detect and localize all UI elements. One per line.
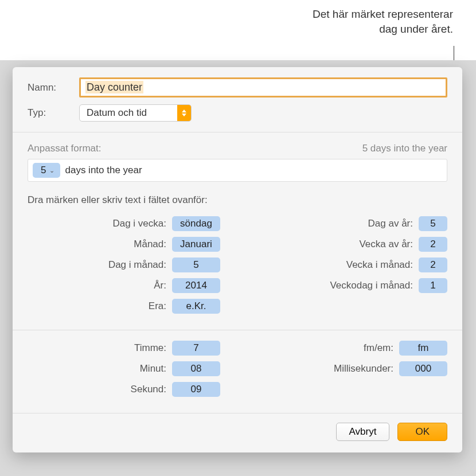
token-week-of-month[interactable]: 2 [419,257,447,272]
date-tokens-left: Dag i vecka:söndag Månad:Januari Dag i m… [28,216,220,319]
token-year[interactable]: 2014 [172,278,220,293]
format-token-day-of-year[interactable]: 5 ⌄ [33,163,60,178]
token-day-of-year[interactable]: 5 [419,216,447,231]
token-hour[interactable]: 7 [172,341,220,356]
format-text: days into the year [65,165,142,176]
ok-button[interactable]: OK [397,423,447,441]
type-label: Typ: [28,107,73,119]
token-week-of-year[interactable]: 2 [419,237,447,252]
name-label: Namn: [28,82,73,93]
time-tokens-right: fm/em:fm Millisekunder:000 [255,341,447,403]
token-era[interactable]: e.Kr. [172,299,220,314]
type-select[interactable]: Datum och tid [79,104,192,122]
updown-icon [177,105,191,121]
token-minute[interactable]: 08 [172,361,220,376]
date-tokens-right: Dag av år:5 Vecka av år:2 Vecka i månad:… [255,216,447,319]
drag-instruction: Dra märken eller skriv text i fältet ova… [28,194,447,206]
token-second[interactable]: 09 [172,382,220,397]
token-month[interactable]: Januari [172,237,220,252]
token-milliseconds[interactable]: 000 [399,361,447,376]
custom-format-label: Anpassat format: [28,143,102,154]
format-preview: 5 days into the year [362,143,447,154]
time-tokens-left: Timme:7 Minut:08 Sekund:09 [28,341,220,403]
cancel-button[interactable]: Avbryt [336,423,390,441]
format-field[interactable]: 5 ⌄ days into the year [28,159,447,182]
token-weekday-of-month[interactable]: 1 [419,278,447,293]
token-day-of-week[interactable]: söndag [172,216,220,231]
token-ampm[interactable]: fm [399,341,447,356]
dialog-footer: Avbryt OK [13,413,462,452]
format-dialog: Namn: Day counter Typ: Datum och tid Anp… [13,67,462,452]
token-day-of-month[interactable]: 5 [172,257,220,272]
name-input[interactable]: Day counter [79,77,447,97]
callout-annotation: Det här märket representerar dag under å… [313,7,453,36]
chevron-down-icon: ⌄ [49,167,54,174]
